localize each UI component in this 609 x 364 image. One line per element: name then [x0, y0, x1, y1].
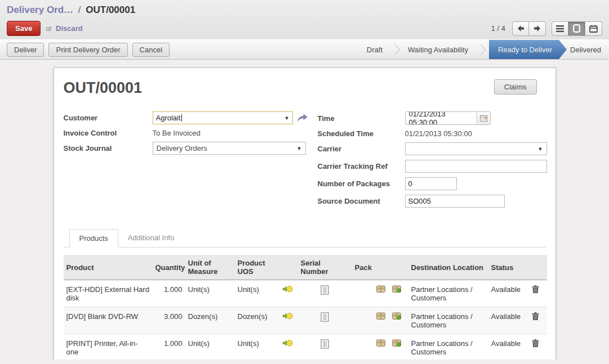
page-title: OUT/00001: [64, 79, 143, 97]
table-row[interactable]: [PRINT] Printer, All-in-one 1.000 Unit(s…: [64, 334, 547, 360]
save-button[interactable]: Save: [7, 21, 41, 36]
split-move-icon[interactable]: [283, 285, 293, 293]
cell-quantity[interactable]: 3.000: [153, 307, 185, 334]
carrier-select[interactable]: ▼: [405, 142, 547, 155]
delete-row-icon[interactable]: [532, 312, 539, 321]
cell-destination[interactable]: Partner Locations / Customers: [408, 334, 488, 360]
form-view-button[interactable]: [568, 21, 585, 36]
status-step-draft: Draft: [359, 40, 390, 59]
arrow-right-icon: [533, 25, 541, 32]
invoice-control-label: Invoice Control: [64, 129, 153, 137]
stock-journal-label: Stock Journal: [64, 144, 153, 152]
cancel-button[interactable]: Cancel: [132, 43, 170, 57]
customer-field-wrap: Agrolait ▼: [153, 111, 315, 124]
chevron-down-icon[interactable]: ▼: [281, 115, 290, 121]
form-sheet: OUT/00001 Claims Customer Agrolait ▼ Inv…: [54, 68, 556, 359]
cell-uos[interactable]: Unit(s): [235, 334, 278, 360]
status-step-delivered: Delivered: [567, 40, 609, 59]
number-of-packages-label: Number of Packages: [318, 179, 405, 188]
source-document-value: SO005: [408, 197, 431, 205]
tab-products[interactable]: Products: [69, 229, 118, 248]
cell-uos[interactable]: Unit(s): [235, 280, 278, 307]
cell-status: Available: [488, 334, 524, 360]
col-status[interactable]: Status: [488, 255, 524, 280]
chevron-down-icon: ▼: [294, 146, 302, 151]
claims-button[interactable]: Claims: [494, 79, 537, 95]
open-record-icon[interactable]: [297, 114, 308, 123]
col-quantity[interactable]: Quantity: [153, 255, 185, 280]
carrier-label: Carrier: [318, 145, 405, 153]
carrier-tracking-ref-input[interactable]: [405, 160, 547, 173]
cell-uom[interactable]: Unit(s): [185, 334, 235, 360]
delete-row-icon[interactable]: [532, 285, 539, 294]
time-input[interactable]: 01/21/2013 05:30:00: [405, 111, 491, 125]
form-view-icon: [573, 24, 580, 33]
or-text: or: [46, 25, 52, 33]
cell-product[interactable]: [EXT-HDD] External Hard disk: [64, 280, 153, 307]
col-destination-location[interactable]: Destination Location: [408, 255, 488, 280]
chevron-right-icon: [390, 44, 400, 55]
status-step-waiting-availability: Waiting Availability: [400, 40, 476, 59]
discard-button[interactable]: Discard: [56, 24, 83, 33]
cell-quantity[interactable]: 1.000: [153, 280, 185, 307]
breadcrumb-parent-link[interactable]: Delivery Ord…: [7, 5, 73, 15]
source-document-label: Source Document: [318, 197, 405, 205]
breadcrumb-current: OUT/00001: [86, 5, 135, 15]
list-view-icon: [556, 25, 564, 32]
cell-destination[interactable]: Partner Locations / Customers: [408, 280, 488, 307]
cell-quantity[interactable]: 1.000: [153, 334, 185, 360]
breadcrumb: Delivery Ord… / OUT/00001: [7, 5, 602, 16]
pager-counter: 1 / 4: [491, 24, 505, 33]
split-move-icon[interactable]: [283, 312, 293, 320]
col-delete: [524, 255, 547, 280]
cell-product[interactable]: [DVD] Blank DVD-RW: [64, 307, 153, 334]
package-icon[interactable]: [376, 285, 385, 293]
table-row[interactable]: [EXT-HDD] External Hard disk 1.000 Unit(…: [64, 280, 547, 307]
statusbar: Deliver Print Delivery Order Cancel Draf…: [0, 39, 609, 60]
number-of-packages-input[interactable]: 0: [405, 177, 457, 190]
datepicker-button[interactable]: [477, 112, 490, 124]
table-row[interactable]: [DVD] Blank DVD-RW 3.000 Dozen(s) Dozen(…: [64, 307, 547, 334]
serial-number-form-icon[interactable]: [321, 312, 329, 322]
time-value: 01/21/2013 05:30:00: [406, 111, 477, 125]
left-field-column: Customer Agrolait ▼ Invoice Control To B…: [64, 111, 315, 208]
package-add-icon[interactable]: [392, 339, 401, 347]
col-product-uos[interactable]: Product UOS: [235, 255, 278, 280]
cell-uos[interactable]: Dozen(s): [235, 307, 278, 334]
content-area: OUT/00001 Claims Customer Agrolait ▼ Inv…: [0, 60, 609, 359]
package-add-icon[interactable]: [392, 285, 401, 293]
package-icon[interactable]: [376, 312, 385, 320]
col-product[interactable]: Product: [64, 255, 153, 280]
field-section: Customer Agrolait ▼ Invoice Control To B…: [64, 111, 546, 208]
col-unit-of-measure[interactable]: Unit of Measure: [185, 255, 235, 280]
serial-number-form-icon[interactable]: [321, 285, 329, 295]
list-view-button[interactable]: [552, 21, 568, 36]
customer-input[interactable]: Agrolait ▼: [153, 111, 293, 124]
tab-additional-info[interactable]: Additional Info: [118, 229, 184, 247]
col-pack[interactable]: Pack: [352, 255, 408, 280]
serial-number-form-icon[interactable]: [321, 339, 329, 349]
cell-destination[interactable]: Partner Locations / Customers: [408, 307, 488, 334]
number-of-packages-value: 0: [408, 179, 412, 188]
customer-label: Customer: [64, 114, 153, 122]
print-delivery-order-button[interactable]: Print Delivery Order: [48, 43, 127, 57]
split-move-icon[interactable]: [283, 339, 293, 347]
cell-uom[interactable]: Dozen(s): [185, 307, 235, 334]
cell-uom[interactable]: Unit(s): [185, 280, 235, 307]
products-table: Product Quantity Unit of Measure Product…: [64, 255, 547, 359]
cell-product[interactable]: [PRINT] Printer, All-in-one: [64, 334, 153, 360]
pager-next-button[interactable]: [529, 21, 546, 36]
deliver-button[interactable]: Deliver: [7, 43, 44, 57]
table-header-row: Product Quantity Unit of Measure Product…: [64, 255, 547, 280]
stock-journal-select[interactable]: Delivery Orders ▼: [153, 142, 306, 155]
pager-buttons: [512, 21, 546, 36]
scheduled-time-value: 01/21/2013 05:30:00: [405, 129, 547, 138]
calendar-view-button[interactable]: [585, 21, 602, 36]
delete-row-icon[interactable]: [532, 339, 539, 348]
time-label: Time: [318, 114, 405, 123]
pager-previous-button[interactable]: [512, 21, 529, 36]
source-document-input[interactable]: SO005: [405, 195, 505, 208]
col-serial-number[interactable]: Serial Number: [298, 255, 352, 280]
package-icon[interactable]: [376, 339, 385, 347]
package-add-icon[interactable]: [392, 312, 401, 320]
